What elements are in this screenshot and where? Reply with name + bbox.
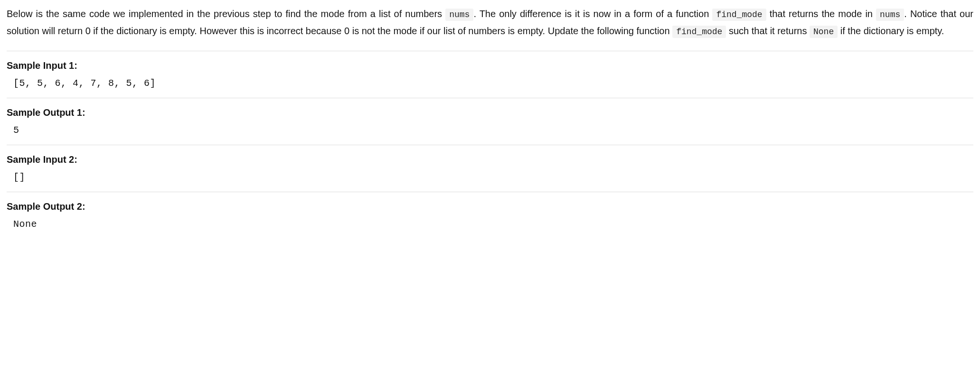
sample-input-1-value: [5, 5, 6, 4, 7, 8, 5, 6] xyxy=(7,76,973,91)
sample-input-1-block: Sample Input 1: [5, 5, 6, 4, 7, 8, 5, 6] xyxy=(7,51,973,98)
code-nums-2: nums xyxy=(876,9,904,21)
code-nums-1: nums xyxy=(445,9,473,21)
sample-output-1-value: 5 xyxy=(7,123,973,138)
sample-output-2-block: Sample Output 2: None xyxy=(7,192,973,239)
sample-input-2-label: Sample Input 2: xyxy=(7,152,973,167)
problem-description: Below is the same code we implemented in… xyxy=(7,6,973,39)
sample-output-2-value: None xyxy=(7,217,973,232)
sample-output-1-label: Sample Output 1: xyxy=(7,105,973,120)
code-none: None xyxy=(810,26,838,38)
desc-text-5: such that it returns xyxy=(726,26,810,36)
desc-text-2: . The only difference is it is now in a … xyxy=(473,9,712,19)
sample-input-2-block: Sample Input 2: [] xyxy=(7,145,973,192)
sample-input-2-value: [] xyxy=(7,170,973,185)
sample-output-2-label: Sample Output 2: xyxy=(7,199,973,214)
sample-output-1-block: Sample Output 1: 5 xyxy=(7,98,973,145)
desc-text-1: Below is the same code we implemented in… xyxy=(7,9,445,19)
code-find-mode-1: find_mode xyxy=(712,9,766,21)
sample-input-1-label: Sample Input 1: xyxy=(7,58,973,73)
code-find-mode-2: find_mode xyxy=(672,26,726,38)
desc-text-6: if the dictionary is empty. xyxy=(838,26,944,36)
desc-text-3: that returns the mode in xyxy=(766,9,876,19)
